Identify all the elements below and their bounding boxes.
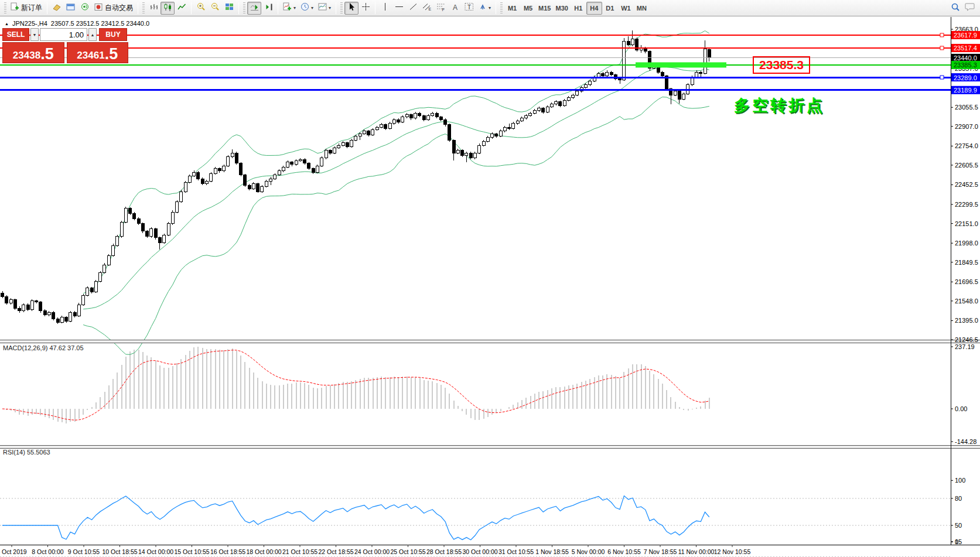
sell-price-button[interactable]: 23438.5: [2, 42, 64, 63]
auto-scroll-button[interactable]: [247, 2, 261, 15]
macd-histogram-bar: [232, 348, 233, 409]
macd-histogram-bar: [521, 400, 523, 409]
volume-increase-button[interactable]: ▲: [88, 28, 97, 41]
candle-body: [567, 98, 570, 100]
volume-input[interactable]: [40, 28, 87, 41]
price-callout-box[interactable]: 23385.3: [753, 56, 810, 74]
time-axis-label: 11 Nov 00:00: [678, 548, 715, 555]
tf-m5-button[interactable]: M5: [520, 2, 536, 15]
search-button[interactable]: [948, 2, 962, 15]
candle-body: [129, 209, 132, 214]
fibonacci-icon: F: [436, 2, 446, 13]
macd-histogram-bar: [279, 385, 280, 409]
autotrading-button[interactable]: 自动交易: [92, 2, 135, 15]
candle-body: [619, 78, 622, 80]
candle-body: [337, 145, 340, 148]
horizontal-line-tool-button[interactable]: [392, 2, 406, 15]
candle-body: [316, 166, 319, 172]
macd-histogram-bar: [453, 401, 455, 409]
macd-histogram-bar: [172, 366, 173, 409]
pane-divider[interactable]: [0, 445, 980, 448]
macd-histogram-bar: [688, 409, 689, 411]
price-tick-label: 21696.5: [955, 278, 978, 285]
candle-body: [176, 202, 179, 213]
macd-histogram-bar: [466, 409, 467, 415]
candle-body: [69, 312, 72, 321]
macd-histogram-bar: [125, 357, 127, 409]
text-label-tool-button[interactable]: T: [462, 2, 476, 15]
trendline-tool-button[interactable]: [406, 2, 420, 15]
auto-scroll-icon: [250, 3, 259, 13]
tf-m1-button[interactable]: M1: [504, 2, 520, 15]
volume-decrease-button[interactable]: ▼: [30, 28, 39, 41]
tf-h4-button[interactable]: H4: [586, 2, 602, 15]
candle-body: [367, 131, 370, 135]
macd-histogram-bar: [683, 409, 684, 410]
tf-mn-button[interactable]: MN: [634, 2, 650, 15]
new-chart-button[interactable]: [64, 2, 78, 15]
bar-chart-button[interactable]: [146, 2, 161, 15]
new-order-button[interactable]: 新订单: [8, 2, 45, 15]
tf-w1-button[interactable]: W1: [618, 2, 634, 15]
macd-histogram-bar: [129, 351, 131, 409]
candle-body: [320, 158, 323, 166]
chat-button[interactable]: [962, 2, 978, 15]
macd-histogram-bar: [432, 381, 433, 409]
chart-window-icon: [66, 3, 76, 13]
candle-body: [452, 140, 455, 153]
fibonacci-tool-button[interactable]: F: [434, 2, 448, 15]
price-tick-label: 22299.5: [955, 201, 978, 208]
macd-histogram-bar: [390, 377, 391, 409]
styler-button[interactable]: [50, 2, 64, 15]
time-axis-label: 21 Oct 10:55: [282, 548, 317, 555]
templates-button[interactable]: ▾: [316, 2, 333, 15]
time-axis-label: 5 Nov 00:00: [572, 548, 605, 555]
tf-m30-button[interactable]: M30: [553, 2, 570, 15]
tile-windows-button[interactable]: [222, 2, 236, 15]
candle-body: [257, 184, 259, 192]
chart-window[interactable]: 23663.023357.023055.522907.022754.022605…: [0, 17, 980, 557]
toolbar-grip[interactable]: [4, 2, 6, 14]
candle-body: [533, 111, 536, 113]
chart-shift-button[interactable]: [261, 2, 275, 15]
sound-button[interactable]: [78, 2, 92, 15]
periods-button[interactable]: ▾: [298, 2, 316, 15]
macd-histogram-bar: [300, 382, 301, 409]
candle-body: [448, 125, 451, 140]
cursor-tool-button[interactable]: [344, 2, 358, 15]
buy-price-button[interactable]: 23461.5: [67, 42, 129, 63]
candle-body: [193, 172, 196, 176]
candle-body: [240, 163, 243, 175]
turning-point-annotation[interactable]: 多空转折点: [734, 95, 825, 116]
collapse-icon[interactable]: ▲: [5, 22, 9, 26]
price-tick-label: 22605.5: [955, 162, 978, 169]
tf-d1-button[interactable]: D1: [602, 2, 618, 15]
text-tool-button[interactable]: A: [448, 2, 462, 15]
channel-tool-button[interactable]: E: [420, 2, 434, 15]
macd-histogram-bar: [424, 380, 425, 409]
candle-body: [171, 212, 174, 224]
time-axis-label: 18 Oct 00:00: [246, 548, 281, 555]
buy-button[interactable]: BUY: [99, 28, 127, 41]
macd-histogram-bar: [700, 406, 701, 409]
candle-body: [691, 77, 694, 85]
tf-h1-button[interactable]: H1: [571, 2, 586, 15]
zoom-in-button[interactable]: [194, 2, 208, 15]
candle-body: [231, 153, 234, 157]
line-chart-button[interactable]: [175, 2, 189, 15]
pane-divider[interactable]: [0, 340, 980, 343]
macd-histogram-bar: [257, 378, 258, 409]
sell-button[interactable]: SELL: [2, 28, 29, 41]
candle-chart-button[interactable]: [161, 2, 175, 15]
candle-body: [704, 49, 706, 74]
vertical-line-tool-button[interactable]: [378, 2, 392, 15]
zoom-out-button[interactable]: [208, 2, 222, 15]
chart-canvas[interactable]: 23663.023357.023055.522907.022754.022605…: [0, 17, 980, 557]
arrows-tool-button[interactable]: ▾: [476, 2, 493, 15]
macd-histogram-bar: [287, 384, 288, 409]
crosshair-tool-button[interactable]: [358, 2, 373, 15]
tf-m15-button[interactable]: M15: [536, 2, 553, 15]
macd-axis-label: -144.28: [955, 438, 976, 445]
indicators-button[interactable]: ▾: [281, 2, 298, 15]
highlight-trend-segment[interactable]: [636, 62, 726, 67]
